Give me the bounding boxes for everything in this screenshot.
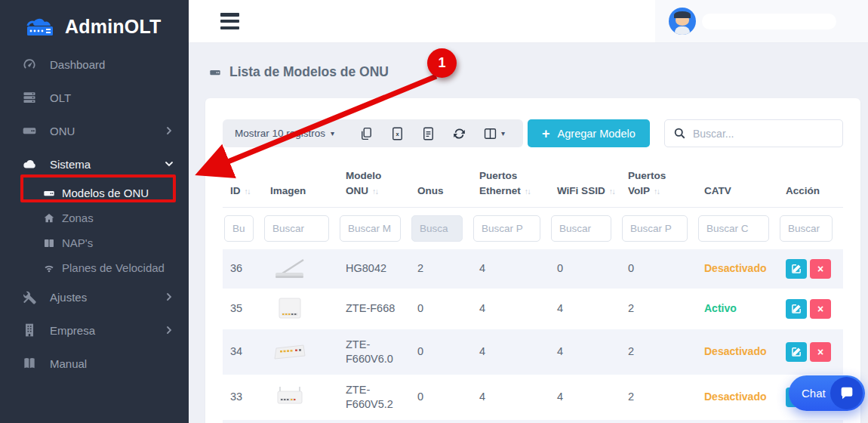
- column-header-onus[interactable]: Onus: [411, 165, 473, 207]
- column-header-wifi-ssid[interactable]: WiFi SSID↑↓: [551, 165, 622, 207]
- table-toolbar: Mostrar 10 registros ▾ x: [223, 119, 843, 147]
- edit-icon: [792, 304, 802, 313]
- excel-icon: x: [391, 127, 404, 140]
- sidebar-item-label: NAP's: [62, 236, 93, 249]
- page-title-text: Lista de Modelos de ONU: [229, 64, 389, 80]
- chat-widget[interactable]: Chat: [789, 375, 865, 411]
- sidebar-item-label: ONU: [50, 125, 75, 137]
- filter-input-imagen[interactable]: [264, 215, 329, 242]
- cell-ethernet: 4: [473, 375, 551, 420]
- add-model-button[interactable]: + Agregar Modelo: [528, 119, 650, 147]
- onu-icon: [21, 123, 38, 138]
- menu-icon[interactable]: [220, 13, 239, 29]
- column-header-accion: Acción: [780, 165, 843, 207]
- chat-bubble-icon: [830, 377, 863, 409]
- edit-button[interactable]: [786, 259, 807, 279]
- sidebar-item-label: Planes de Velocidad: [62, 261, 165, 274]
- edit-icon: [792, 347, 802, 357]
- cell-voip: 2: [622, 420, 698, 423]
- copy-button[interactable]: [351, 119, 382, 147]
- onu-models-table: ID↑↓ Imagen Modelo ONU↑↓ Onus Puertos Et…: [223, 165, 843, 423]
- sidebar-item-label: Empresa: [50, 324, 95, 337]
- sidebar-item-dashboard[interactable]: Dashboard: [0, 48, 189, 81]
- delete-button[interactable]: ×: [810, 342, 831, 362]
- sidebar-item-label: OLT: [50, 91, 71, 104]
- cell-ethernet: 4: [473, 420, 551, 423]
- cell-imagen: [264, 375, 340, 420]
- search-input[interactable]: [693, 128, 833, 140]
- cell-wifi: 4: [551, 420, 622, 423]
- filter-input-accion[interactable]: [780, 215, 833, 242]
- table-row: 33 ZTE-F660V5.2 0 4 4 2 Desactivado ×: [223, 375, 843, 420]
- onu-model-icon: [42, 187, 56, 199]
- sidebar-nav: Dashboard OLT ONU Sistema Modelos de ONU: [0, 43, 189, 380]
- cell-onus: 0: [411, 289, 473, 329]
- sidebar-item-planes-de-velocidad[interactable]: Planes de Velocidad: [0, 255, 189, 280]
- table-card: Mostrar 10 registros ▾ x: [205, 98, 860, 423]
- filter-input-id[interactable]: [224, 215, 254, 242]
- adminolt-app: AdminOLT Dashboard OLT ONU Sistema: [0, 0, 868, 423]
- home-icon: [42, 212, 56, 224]
- logo-icon: [23, 14, 57, 39]
- delete-button[interactable]: ×: [810, 299, 831, 319]
- cell-imagen: [264, 249, 340, 289]
- filter-input-catv[interactable]: [698, 215, 769, 242]
- building-icon: [21, 323, 38, 338]
- export-file-button[interactable]: [413, 119, 444, 147]
- column-header-imagen[interactable]: Imagen: [264, 165, 340, 207]
- sidebar-item-zonas[interactable]: Zonas: [0, 205, 189, 230]
- onu-photo: [270, 297, 309, 321]
- entries-dropdown-label: Mostrar 10 registros: [235, 128, 325, 139]
- edit-icon: [792, 264, 802, 273]
- avatar[interactable]: [669, 8, 696, 35]
- sidebar-item-label: Sistema: [50, 158, 91, 171]
- column-visibility-button[interactable]: ▾: [475, 119, 514, 147]
- main-content: Lista de Modelos de ONU Mostrar 10 regis…: [189, 43, 868, 423]
- sidebar-item-onu[interactable]: ONU: [0, 114, 189, 147]
- add-model-label: Agregar Modelo: [558, 128, 636, 140]
- cloud-icon: [21, 156, 38, 171]
- column-header-puertos-voip[interactable]: Puertos VoIP↑↓: [622, 165, 698, 207]
- sidebar-item-sistema[interactable]: Sistema: [0, 147, 189, 181]
- sidebar-item-label: Zonas: [62, 212, 94, 224]
- filter-input-onus[interactable]: [411, 215, 463, 242]
- plus-icon: +: [542, 127, 550, 140]
- cell-imagen: [264, 420, 340, 423]
- export-excel-button[interactable]: x: [382, 119, 413, 147]
- user-area: [655, 0, 868, 42]
- sidebar-item-empresa[interactable]: Empresa: [0, 313, 189, 347]
- column-header-modelo-onu[interactable]: Modelo ONU↑↓: [340, 165, 411, 207]
- search-icon: [674, 128, 685, 139]
- cell-wifi: 4: [551, 375, 622, 420]
- cell-voip: 2: [622, 329, 698, 375]
- sidebar-item-olt[interactable]: OLT: [0, 81, 189, 114]
- cell-wifi: 0: [551, 249, 622, 289]
- cell-modelo: ZTE-F660V5.2: [340, 375, 411, 420]
- edit-button[interactable]: [786, 342, 807, 362]
- filter-input-wifi[interactable]: [551, 215, 611, 242]
- cell-ethernet: 4: [473, 249, 551, 289]
- status-badge: Desactivado: [704, 391, 766, 403]
- edit-button[interactable]: [786, 299, 807, 319]
- filter-input-voip[interactable]: [622, 215, 688, 242]
- caret-down-icon: ▾: [331, 129, 334, 137]
- refresh-button[interactable]: [444, 119, 475, 147]
- column-header-catv[interactable]: CATV: [698, 165, 780, 207]
- app-logo[interactable]: AdminOLT: [0, 0, 189, 43]
- entries-dropdown[interactable]: Mostrar 10 registros ▾: [235, 128, 334, 139]
- cell-onus: 2: [411, 249, 473, 289]
- sidebar-item-ajustes[interactable]: Ajustes: [0, 280, 189, 313]
- sidebar-item-manual[interactable]: Manual: [0, 347, 189, 380]
- columns-toggle-icon: [484, 127, 497, 140]
- filter-input-modelo[interactable]: [340, 215, 401, 242]
- cell-modelo: HG8042: [340, 249, 411, 289]
- cell-ethernet: 4: [473, 329, 551, 375]
- sidebar-item-naps[interactable]: NAP's: [0, 230, 189, 255]
- column-header-id[interactable]: ID↑↓: [223, 165, 264, 207]
- filter-input-ethernet[interactable]: [473, 215, 540, 242]
- tools-icon: [21, 289, 38, 304]
- chevron-right-icon: [165, 292, 174, 301]
- column-header-puertos-ethernet[interactable]: Puertos Ethernet↑↓: [473, 165, 551, 207]
- sidebar-item-modelos-de-onu[interactable]: Modelos de ONU: [0, 181, 189, 205]
- delete-button[interactable]: ×: [810, 259, 831, 279]
